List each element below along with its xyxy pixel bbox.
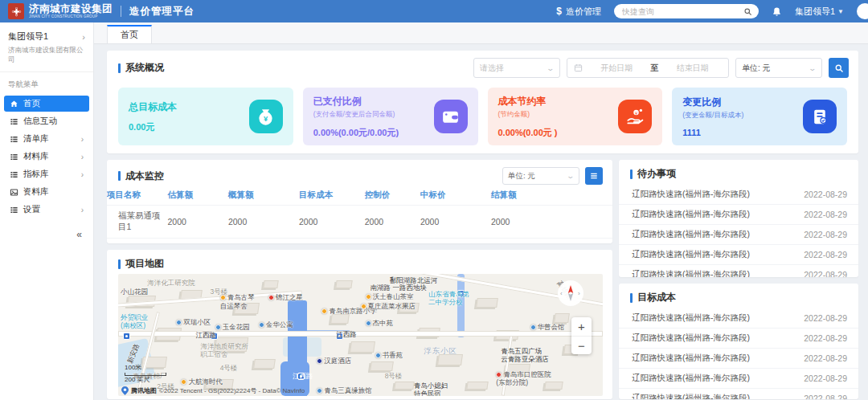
zoom-in-button[interactable]: + xyxy=(571,317,592,336)
app-title: 造价管理平台 xyxy=(129,5,194,18)
zoom-out-button[interactable]: − xyxy=(571,336,592,354)
poi-marker-icon xyxy=(317,388,322,394)
main-area: 首页 系统概况 请选择 ⌄ 开始日 xyxy=(94,22,868,400)
target-cost-panel: 目标成本 辽阳路快速路(福州路-海尔路段) 2022-08-29 辽阳路快速路(… xyxy=(619,284,858,399)
todo-item[interactable]: 辽阳路快速路(福州路-海尔路段) 2022-08-29 xyxy=(619,265,858,277)
map-label: 沃土春山茶室 xyxy=(366,292,414,300)
map-label: 海洋化工研究院 xyxy=(147,279,195,287)
unit-select[interactable]: 单位: 元 ⌄ xyxy=(735,58,822,78)
target-cost-item[interactable]: 辽阳路快速路(福州路-海尔路段) 2022-08-29 xyxy=(619,329,858,349)
project-select[interactable]: 请选择 ⌄ xyxy=(473,58,560,78)
table-row[interactable]: 福莱易通项目12000 20002000 20002000 2000 xyxy=(107,206,612,239)
stat-card: 成本节约率 (节约金额) 0.00%(0.00元 ) ¥ xyxy=(488,88,663,145)
target-cost-item[interactable]: 辽阳路快速路(福州路-海尔路段) 2022-08-29 xyxy=(619,389,858,399)
avatar[interactable] xyxy=(857,3,868,19)
date-range-picker[interactable]: 开始日期 至 结束日期 xyxy=(567,58,729,78)
project-map[interactable]: 海洋化工研究院 小山花园 3号楼 鄱阳湖路北运河 南湖路 一路西地块 山东省青岛… xyxy=(118,274,603,396)
map-label: 华普会馆 xyxy=(530,323,565,331)
chevron-right-icon: › xyxy=(81,170,84,179)
poi-marker-icon xyxy=(215,324,221,330)
todo-panel: 待办事项 辽阳路快速路(福州路-海尔路段) 2022-08-29 辽阳路快速路(… xyxy=(619,160,858,277)
title-bar-accent xyxy=(118,63,121,73)
menu-icon xyxy=(10,206,18,214)
stat-cards: 总目标成本 0.00元 ¥ 已支付比例 (支付金额/变更后合同金额) 0.00%… xyxy=(107,82,858,145)
poi-marker-icon xyxy=(496,372,502,378)
nav-cost-label: 造价管理 xyxy=(566,6,601,18)
quick-search-input[interactable] xyxy=(614,4,759,18)
sidebar-item[interactable]: 首页 › xyxy=(4,96,89,112)
map-label: 江西路 xyxy=(293,372,313,380)
sidebar-item-label: 清单库 xyxy=(23,133,49,145)
sidebar-item[interactable]: 指标库 › xyxy=(4,166,89,182)
todo-item[interactable]: 辽阳路快速路(福州路-海尔路段) 2022-08-29 xyxy=(619,245,858,265)
stat-card-value: 0.00%(0.00元/0.00元) xyxy=(313,127,399,139)
table-row[interactable]: 福莱易通项目12000 20002000 20002000 2000 xyxy=(107,239,612,244)
monitor-unit-select[interactable]: 单位: 元 ⌄ xyxy=(502,167,579,185)
todo-item[interactable]: 辽阳路快速路(福州路-海尔路段) 2022-08-29 xyxy=(619,185,858,205)
map-label: 浮东小区 xyxy=(424,346,457,355)
todo-item[interactable]: 辽阳路快速路(福州路-海尔路段) 2022-08-29 xyxy=(619,205,858,225)
user-name: 集团领导1 xyxy=(795,6,835,18)
company-name: 济南城市建设集团 xyxy=(29,4,113,14)
sidebar-company: 济南城市建设集团有限公司 xyxy=(8,46,85,65)
map-label: 书香苑 xyxy=(375,351,403,359)
map-label: 8号楼 xyxy=(385,372,403,380)
notification-bell-icon[interactable] xyxy=(772,6,782,17)
map-label: 锦江之星 xyxy=(268,293,303,301)
map-label: 海洋地质研究所 职工宿舍 xyxy=(201,342,249,358)
poi-marker-icon xyxy=(268,295,274,300)
target-cost-item[interactable]: 辽阳路快速路(福州路-海尔路段) 2022-08-29 xyxy=(619,369,858,389)
table-header-cell: 控制价 xyxy=(365,186,420,206)
map-label: 江西路 xyxy=(195,331,216,339)
target-cost-item[interactable]: 辽阳路快速路(福州路-海尔路段) 2022-08-29 xyxy=(619,349,858,369)
map-label: 青岛市口腔医院 (东部分院) xyxy=(496,370,551,386)
sidebar-item-label: 资料库 xyxy=(23,186,49,198)
table-header-cell: 估算额 xyxy=(167,186,227,206)
poi-marker-icon xyxy=(530,324,536,330)
sidebar-item[interactable]: 材料库 › xyxy=(4,149,89,165)
map-label: 小山花园 xyxy=(121,288,148,296)
todo-list: 辽阳路快速路(福州路-海尔路段) 2022-08-29 辽阳路快速路(福州路-海… xyxy=(619,185,858,277)
sidebar-item[interactable]: 清单库 › xyxy=(4,131,89,147)
title-bar-accent xyxy=(118,171,121,181)
stat-card-value: 0.00元 xyxy=(129,121,177,133)
nav-cost-management[interactable]: $ 造价管理 xyxy=(556,6,601,18)
stat-card-icon: ¥ xyxy=(618,100,652,133)
tab-home[interactable]: 首页 xyxy=(107,25,152,43)
sidebar-item[interactable]: 设置 › xyxy=(4,202,89,218)
map-label: 外贸职业 (南校区) xyxy=(121,313,148,329)
stat-card-title: 已支付比例 xyxy=(313,95,399,108)
todo-item[interactable]: 辽阳路快速路(福州路-海尔路段) 2022-08-29 xyxy=(619,225,858,245)
chevron-right-icon: › xyxy=(81,153,84,161)
sidebar-item[interactable]: 信息互动 › xyxy=(4,113,89,129)
table-header-cell: 概算额 xyxy=(228,186,299,206)
title-bar-accent xyxy=(630,293,633,303)
sidebar: 集团领导1 › 济南城市建设集团有限公司 导航菜单 首页 › 信息互动 › 清单… xyxy=(0,22,94,400)
poi-marker-icon xyxy=(317,358,322,364)
map-zoom-control: + − xyxy=(571,317,592,354)
brand-divider xyxy=(121,6,121,17)
target-cost-item[interactable]: 辽阳路快速路(福州路-海尔路段) 2022-08-29 xyxy=(619,308,858,329)
search-icon[interactable] xyxy=(743,7,752,16)
monitor-list-button[interactable] xyxy=(585,167,603,185)
sidebar-user-block[interactable]: 集团领导1 › 济南城市建设集团有限公司 xyxy=(0,22,93,72)
sidebar-user-name: 集团领导1 xyxy=(8,31,48,43)
map-label: 青岛古琴 自运琴舍 xyxy=(220,293,255,309)
poi-marker-icon xyxy=(181,379,186,385)
menu-icon xyxy=(10,170,18,179)
todo-title: 待办事项 xyxy=(630,167,676,181)
compass-icon[interactable]: ‹› xyxy=(556,279,585,310)
company-logo-icon xyxy=(8,3,24,19)
user-menu[interactable]: 集团领导1 ▼ xyxy=(795,6,844,18)
map-label: 新安路 xyxy=(125,343,141,365)
sidebar-section-label: 导航菜单 xyxy=(0,72,93,94)
sidebar-collapse-button[interactable]: « xyxy=(0,229,93,240)
menu-icon xyxy=(10,100,18,108)
table-body: 福莱易通项目12000 20002000 20002000 2000 福莱易通项… xyxy=(107,206,612,244)
company-name-en: JINAN CITY CONSTRUCTION GROUP xyxy=(29,15,113,19)
sidebar-item[interactable]: 资料库 › xyxy=(4,184,89,200)
search-button[interactable] xyxy=(829,58,849,78)
table-header-cell: 项目名称 xyxy=(107,186,167,206)
map-label: 青岛小媳妇 特色民宿 xyxy=(414,382,448,396)
stat-card-icon xyxy=(434,100,468,133)
